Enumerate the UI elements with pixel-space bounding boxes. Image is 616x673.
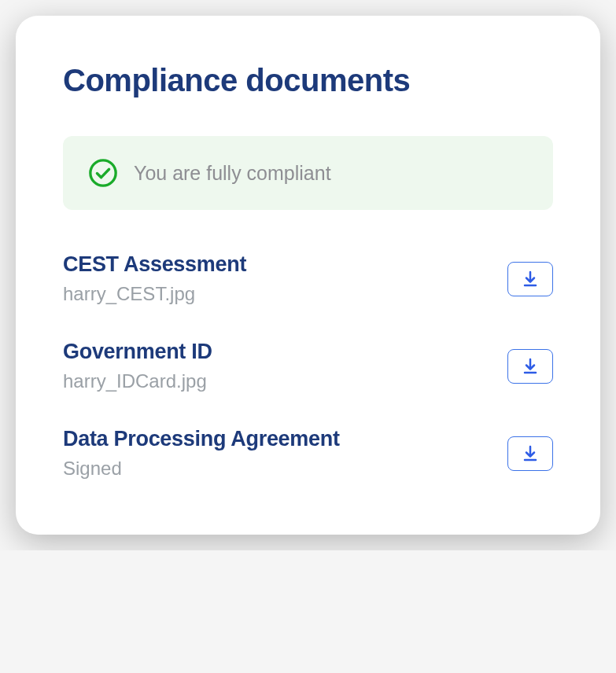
document-info: CEST Assessment harry_CEST.jpg (63, 252, 246, 305)
compliance-card: Compliance documents You are fully compl… (16, 16, 600, 535)
document-filename: harry_CEST.jpg (63, 283, 246, 305)
document-status: Signed (63, 458, 340, 480)
document-title: Government ID (63, 340, 212, 364)
document-row: Data Processing Agreement Signed (63, 427, 553, 480)
page-title: Compliance documents (63, 63, 553, 98)
download-icon (522, 270, 538, 288)
document-info: Data Processing Agreement Signed (63, 427, 340, 480)
document-filename: harry_IDCard.jpg (63, 370, 212, 392)
download-button[interactable] (507, 262, 553, 296)
status-banner: You are fully compliant (63, 136, 553, 210)
status-text: You are fully compliant (134, 162, 331, 185)
download-icon (522, 445, 538, 462)
download-icon (522, 358, 538, 375)
document-title: CEST Assessment (63, 252, 246, 277)
document-row: Government ID harry_IDCard.jpg (63, 340, 553, 392)
document-title: Data Processing Agreement (63, 427, 340, 451)
document-info: Government ID harry_IDCard.jpg (63, 340, 212, 392)
svg-point-0 (90, 160, 116, 186)
download-button[interactable] (507, 436, 553, 471)
check-circle-icon (88, 158, 118, 188)
download-button[interactable] (507, 349, 553, 384)
document-row: CEST Assessment harry_CEST.jpg (63, 252, 553, 305)
